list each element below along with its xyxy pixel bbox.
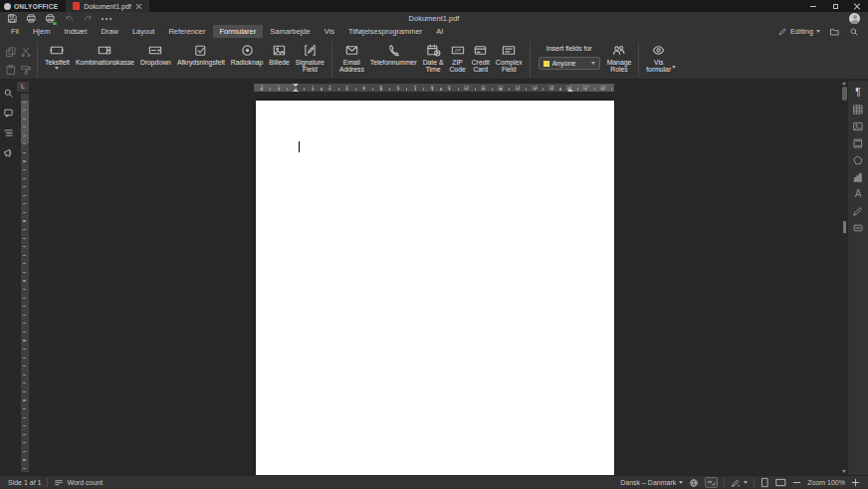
vertical-ruler[interactable] [21, 94, 29, 472]
scroll-down-icon[interactable] [842, 470, 846, 473]
tab-layout[interactable]: Layout [125, 25, 162, 38]
combo-box-button[interactable]: Kombinationskasse [73, 41, 137, 66]
maximize-icon [833, 4, 838, 9]
vertical-scrollbar[interactable] [841, 82, 848, 474]
zoom-out-button[interactable] [792, 478, 801, 487]
language-selector[interactable]: Dansk – Danmark [620, 479, 683, 486]
image-settings-button[interactable] [851, 120, 865, 132]
word-count-button[interactable]: Word count [54, 478, 103, 488]
onlyoffice-logo-icon [4, 3, 11, 10]
date-time-button[interactable]: Date & Time [420, 41, 447, 74]
chevron-down-icon [816, 30, 820, 33]
phone-number-button[interactable]: Telefonnummer [367, 41, 420, 66]
panel-splitter-grip[interactable] [843, 221, 846, 233]
quick-access-toolbar [0, 13, 112, 25]
signature-field-button[interactable]: Signature Field [293, 41, 327, 74]
clipboard-group [4, 43, 33, 78]
signature-settings-button[interactable] [851, 204, 865, 217]
undo-button[interactable] [63, 13, 75, 25]
tab-hjem[interactable]: Hjem [26, 25, 58, 38]
format-painter-button[interactable] [19, 61, 33, 78]
paragraph-settings-button[interactable]: ¶ [851, 86, 865, 99]
minimize-icon [810, 6, 816, 7]
ink-tools-button[interactable] [731, 478, 748, 488]
page-indicator: Side 1 af 1 [8, 479, 41, 486]
document-tab[interactable]: Dokument1.pdf [66, 0, 148, 12]
tab-referencer[interactable]: Referencer [161, 25, 212, 38]
comments-button[interactable] [2, 107, 15, 120]
save-button[interactable] [6, 13, 18, 25]
editing-mode-button[interactable]: Editing [778, 27, 820, 36]
tab-vis[interactable]: Vis [318, 25, 341, 38]
document-title: Dokument1.pdf [0, 14, 868, 23]
scrollbar-thumb[interactable] [842, 87, 847, 101]
signature-field-icon [303, 43, 318, 58]
scroll-up-icon[interactable] [842, 82, 846, 85]
navigation-button[interactable] [2, 126, 15, 139]
tab-close-icon[interactable] [135, 3, 142, 10]
shape-settings-button[interactable] [851, 153, 865, 166]
cut-button[interactable] [19, 43, 33, 60]
copy-button[interactable] [4, 43, 18, 60]
ink-pen-icon [731, 478, 741, 488]
tab-tilfoejelsesprogrammer[interactable]: Tilføjelsesprogrammer [341, 25, 429, 38]
headings-icon [3, 127, 14, 138]
complex-field-button[interactable]: Complex Field [493, 41, 526, 74]
tab-samarbejde[interactable]: Samarbejde [263, 25, 317, 38]
chevron-down-icon [55, 67, 59, 70]
search-button[interactable] [849, 27, 859, 37]
header-footer-settings-button[interactable] [851, 136, 865, 149]
minimize-button[interactable] [802, 0, 824, 12]
quick-print-button[interactable] [44, 13, 56, 25]
word-count-icon [54, 478, 64, 488]
zip-code-button[interactable]: ZIP ZIP Code [446, 41, 468, 74]
role-selected-value: Anyone [552, 60, 588, 67]
tab-formularer[interactable]: Formularer [213, 25, 264, 38]
spell-check-toggle[interactable]: ab [705, 477, 718, 488]
radio-button-field-button[interactable]: Radioknap [228, 41, 267, 66]
customize-quick-access-button[interactable] [101, 13, 112, 25]
feedback-button[interactable] [2, 146, 15, 159]
maximize-button[interactable] [824, 0, 846, 12]
chart-settings-button[interactable] [851, 170, 865, 183]
document-page[interactable] [256, 101, 614, 475]
close-button[interactable] [846, 0, 868, 12]
radio-button-icon [240, 43, 255, 58]
checkbox-field-button[interactable]: Afkrydsningsfelt [174, 41, 228, 66]
tab-fil[interactable]: Fil [4, 25, 26, 38]
tab-draw[interactable]: Draw [94, 25, 125, 38]
text-field-button[interactable]: Tekstfelt [42, 41, 73, 70]
redo-button[interactable] [82, 13, 94, 25]
dropdown-field-button[interactable]: Dropdown [137, 41, 174, 66]
credit-card-button[interactable]: Credit Card [469, 41, 493, 74]
table-settings-button[interactable] [851, 103, 865, 116]
tab-indsaet[interactable]: Indsæt [57, 25, 94, 38]
set-document-language-button[interactable] [689, 478, 699, 488]
paste-button[interactable] [4, 61, 18, 78]
role-select[interactable]: Anyone [539, 57, 600, 70]
pdf-file-icon [73, 2, 80, 10]
horizontal-ruler[interactable]: 21123456789101112131415161718 [254, 84, 614, 92]
signature-pen-icon [852, 205, 864, 217]
search-icon [3, 88, 14, 99]
manage-roles-button[interactable]: Manage Roles [604, 41, 635, 74]
right-indent-marker[interactable] [567, 89, 573, 92]
image-field-button[interactable]: Billede [266, 41, 292, 66]
open-file-location-button[interactable] [829, 27, 840, 37]
text-art-settings-button[interactable]: A [851, 187, 865, 200]
zoom-in-button[interactable] [851, 478, 860, 487]
redo-icon [83, 13, 94, 24]
app-logo[interactable]: ONLYOFFICE [0, 0, 66, 12]
fit-to-page-button[interactable] [760, 477, 769, 488]
user-avatar[interactable] [849, 13, 860, 24]
tab-ai[interactable]: AI [429, 25, 450, 38]
fit-to-width-button[interactable] [775, 477, 786, 488]
megaphone-icon [3, 147, 14, 158]
left-indent-marker[interactable] [293, 84, 299, 92]
form-settings-button[interactable] [851, 221, 865, 234]
view-form-button[interactable]: Vis formular [643, 41, 674, 74]
email-address-button[interactable]: Email Address [336, 41, 367, 74]
tab-stop-selector[interactable]: L [17, 82, 29, 92]
print-button[interactable] [25, 13, 37, 25]
find-button[interactable] [2, 87, 15, 100]
